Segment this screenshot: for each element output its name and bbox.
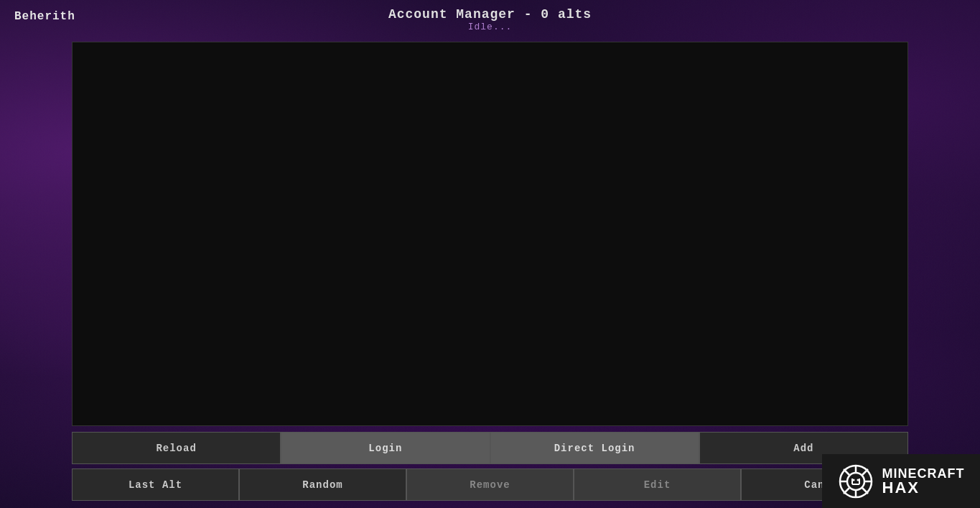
- svg-line-7: [862, 488, 868, 494]
- reload-button[interactable]: Reload: [72, 432, 281, 464]
- random-button[interactable]: Random: [239, 468, 406, 501]
- window-title: Account Manager - 0 alts: [388, 7, 592, 22]
- title-block: Account Manager - 0 alts Idle...: [388, 7, 592, 32]
- remove-button[interactable]: Remove: [406, 468, 574, 501]
- last-alt-button[interactable]: Last Alt: [72, 468, 239, 501]
- edit-button[interactable]: Edit: [574, 468, 741, 501]
- button-area: Reload Login Direct Login Add Last Alt R…: [72, 432, 908, 501]
- direct-login-button[interactable]: Direct Login: [490, 432, 699, 464]
- header: Beherith Account Manager - 0 alts Idle..…: [14, 7, 966, 38]
- branding-block: MINECRAFT HAX: [822, 454, 980, 508]
- svg-line-9: [844, 488, 849, 494]
- svg-line-8: [862, 469, 868, 475]
- brand-text-block: MINECRAFT HAX: [882, 467, 965, 496]
- brand-hax-label: HAX: [882, 480, 965, 496]
- status-text: Idle...: [388, 22, 592, 32]
- svg-point-13: [852, 479, 854, 481]
- brand-logo-icon: [838, 463, 874, 499]
- main-content: Beherith Account Manager - 0 alts Idle..…: [0, 0, 980, 508]
- svg-point-14: [857, 479, 859, 481]
- svg-line-6: [844, 469, 849, 475]
- logo-text: Beherith: [14, 10, 75, 23]
- login-button[interactable]: Login: [281, 432, 490, 464]
- account-list: [72, 42, 908, 426]
- brand-minecraft-label: MINECRAFT: [882, 467, 965, 480]
- svg-point-1: [847, 473, 864, 490]
- button-row-1: Reload Login Direct Login Add: [72, 432, 908, 464]
- button-row-2: Last Alt Random Remove Edit Cancel: [72, 468, 908, 501]
